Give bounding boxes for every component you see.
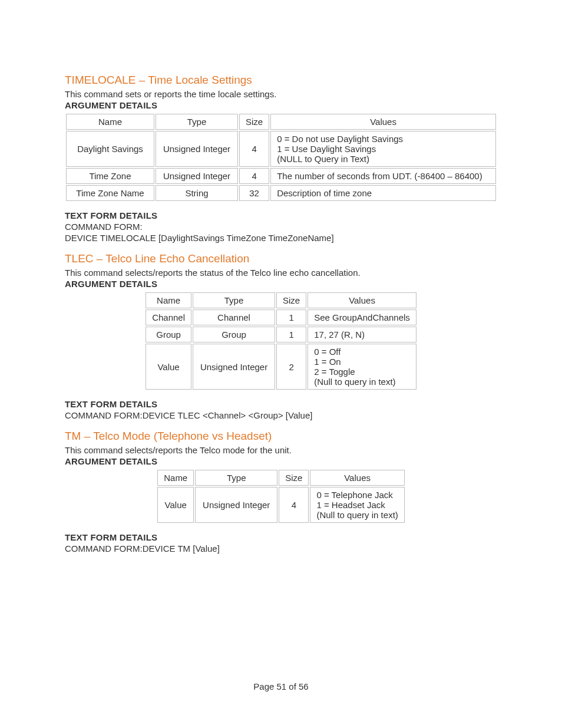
cell-size: 32 — [239, 185, 269, 201]
cell-type: Unsigned Integer — [156, 168, 238, 184]
cell-values: 17, 27 (R, N) — [308, 327, 416, 342]
page-footer: Page 51 of 56 — [0, 681, 562, 691]
cell-values: See GroupAndChannels — [308, 309, 416, 325]
col-size: Size — [276, 292, 306, 308]
table-row: Time Zone Unsigned Integer 4 The number … — [66, 168, 496, 184]
cell-name: Value — [146, 344, 191, 390]
table-row: Value Unsigned Integer 4 0 = Telephone J… — [157, 487, 405, 523]
cell-type: String — [156, 185, 238, 201]
cell-name: Channel — [146, 309, 191, 325]
command-form-line: COMMAND FORM:DEVICE TM [Value] — [65, 543, 497, 554]
cell-name: Value — [157, 487, 194, 523]
table-row: Daylight Savings Unsigned Integer 4 0 = … — [66, 131, 496, 167]
col-values: Values — [270, 114, 496, 130]
cell-type: Unsigned Integer — [195, 487, 277, 523]
cell-size: 4 — [239, 131, 269, 167]
cell-values: 0 = Off1 = On2 = Toggle(Null to query in… — [308, 344, 416, 390]
col-name: Name — [146, 292, 191, 308]
cell-size: 1 — [276, 327, 306, 342]
col-type: Type — [193, 292, 275, 308]
argument-details-label: ARGUMENT DETAILS — [65, 456, 497, 466]
argument-table-tm: Name Type Size Values Value Unsigned Int… — [156, 469, 406, 524]
section-title-tlec: TLEC – Telco Line Echo Cancellation — [65, 252, 497, 265]
argument-table-timelocale: Name Type Size Values Daylight Savings U… — [65, 113, 497, 202]
section-desc: This command sets or reports the time lo… — [65, 89, 497, 99]
table-row: Time Zone Name String 32 Description of … — [66, 185, 496, 201]
section-desc: This command selects/reports the Telco m… — [65, 445, 497, 455]
col-name: Name — [157, 470, 194, 486]
col-values: Values — [310, 470, 404, 486]
table-row: Group Group 1 17, 27 (R, N) — [146, 327, 416, 342]
table-header-row: Name Type Size Values — [157, 470, 405, 486]
section-desc: This command selects/reports the status … — [65, 268, 497, 278]
col-size: Size — [239, 114, 269, 130]
col-values: Values — [308, 292, 416, 308]
text-form-details-label: TEXT FORM DETAILS — [65, 399, 497, 409]
cell-type: Group — [193, 327, 275, 342]
cell-values: 0 = Do not use Daylight Savings1 = Use D… — [270, 131, 496, 167]
table-row: Channel Channel 1 See GroupAndChannels — [146, 309, 416, 325]
table-header-row: Name Type Size Values — [146, 292, 416, 308]
argument-details-label: ARGUMENT DETAILS — [65, 279, 497, 289]
text-form-details-label: TEXT FORM DETAILS — [65, 210, 497, 220]
section-title-tm: TM – Telco Mode (Telephone vs Headset) — [65, 430, 497, 443]
cell-name: Time Zone Name — [66, 185, 154, 201]
cell-size: 2 — [276, 344, 306, 390]
col-size: Size — [279, 470, 309, 486]
cell-type: Unsigned Integer — [156, 131, 238, 167]
command-form-label: COMMAND FORM: — [65, 222, 497, 232]
col-name: Name — [66, 114, 154, 130]
cell-type: Unsigned Integer — [193, 344, 275, 390]
cell-name: Time Zone — [66, 168, 154, 184]
cell-values: The number of seconds from UDT. (-86400 … — [270, 168, 496, 184]
cell-type: Channel — [193, 309, 275, 325]
argument-details-label: ARGUMENT DETAILS — [65, 100, 497, 110]
command-form-line: COMMAND FORM:DEVICE TLEC <Channel> <Grou… — [65, 410, 497, 420]
cell-size: 1 — [276, 309, 306, 325]
text-form-details-label: TEXT FORM DETAILS — [65, 532, 497, 542]
cell-values: 0 = Telephone Jack1 = Headset Jack(Null … — [310, 487, 404, 523]
col-type: Type — [195, 470, 277, 486]
cell-name: Daylight Savings — [66, 131, 154, 167]
cell-size: 4 — [239, 168, 269, 184]
section-title-timelocale: TIMELOCALE – Time Locale Settings — [65, 74, 497, 87]
argument-table-tlec: Name Type Size Values Channel Channel 1 … — [144, 291, 418, 391]
table-header-row: Name Type Size Values — [66, 114, 496, 130]
command-form: DEVICE TIMELOCALE [DaylightSavings TimeZ… — [65, 233, 497, 243]
cell-values: Description of time zone — [270, 185, 496, 201]
cell-name: Group — [146, 327, 191, 342]
cell-size: 4 — [279, 487, 309, 523]
table-row: Value Unsigned Integer 2 0 = Off1 = On2 … — [146, 344, 416, 390]
col-type: Type — [156, 114, 238, 130]
